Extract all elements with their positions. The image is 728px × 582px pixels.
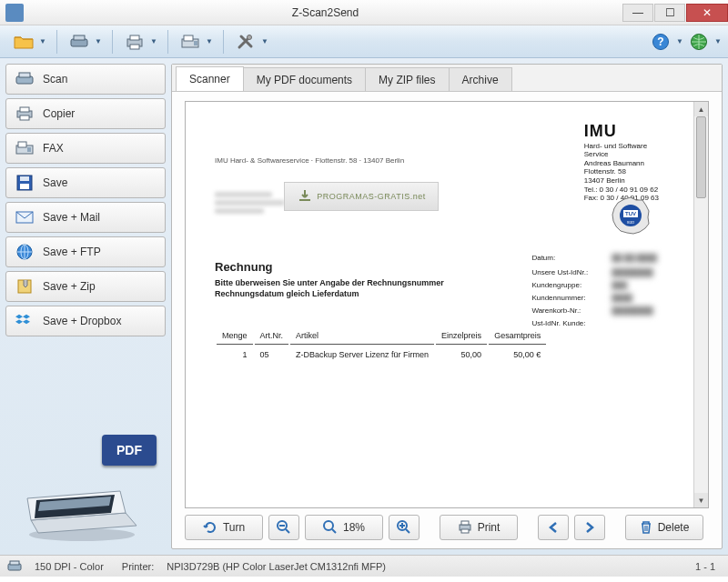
tuv-seal-icon: TUV SÜD (612, 196, 650, 235)
button-label: FAX (43, 142, 64, 155)
save-mail-button[interactable]: Save + Mail (5, 202, 166, 233)
scanner-device-icon (18, 477, 146, 542)
printer-icon (125, 34, 145, 50)
svg-rect-38 (461, 529, 469, 533)
fax-button[interactable]: FAX (5, 133, 166, 164)
copier-button[interactable]: Copier (5, 98, 166, 129)
tools-icon (237, 34, 255, 50)
next-page-button[interactable] (574, 515, 605, 540)
tab-bar: Scanner My PDF documents My ZIP files Ar… (172, 65, 722, 92)
scanner-tool-button[interactable] (66, 29, 92, 55)
svg-rect-6 (184, 35, 193, 41)
svg-rect-3 (130, 35, 139, 40)
svg-rect-19 (27, 147, 31, 152)
dropdown-icon[interactable]: ▼ (205, 29, 214, 55)
button-label: Scan (43, 73, 67, 85)
svg-rect-7 (194, 41, 197, 45)
trash-icon (640, 520, 652, 535)
save-ftp-button[interactable]: Save + FTP (5, 236, 166, 267)
arrow-right-icon (583, 521, 596, 534)
printer-tool-button[interactable] (122, 29, 147, 55)
status-bar: 150 DPI - Color Printer: NPI3D729B (HP C… (0, 555, 728, 577)
svg-rect-40 (10, 561, 19, 565)
svg-rect-16 (20, 115, 29, 120)
dropdown-icon[interactable]: ▼ (260, 29, 269, 55)
window-close-button[interactable]: ✕ (686, 4, 728, 22)
scanned-page: IMU Hard- und Software Service Andreas B… (202, 115, 677, 495)
zoom-out-button[interactable] (268, 515, 299, 540)
scanner-icon (69, 34, 89, 50)
watermark: PROGRAMAS-GRATIS.net (284, 182, 439, 211)
status-printer-label: Printer: (116, 561, 159, 572)
status-page-indicator: 1 - 1 (690, 561, 721, 572)
zip-icon (15, 278, 34, 295)
svg-rect-21 (20, 176, 29, 181)
turn-button[interactable]: Turn (185, 515, 263, 540)
tab-my-zip-files[interactable]: My ZIP files (365, 67, 449, 91)
help-button[interactable]: ? (648, 29, 673, 55)
printer-icon (15, 105, 34, 122)
folder-icon (14, 34, 34, 50)
tab-my-pdf-documents[interactable]: My PDF documents (243, 67, 366, 91)
dropdown-icon[interactable]: ▼ (149, 29, 158, 55)
dropdown-icon[interactable]: ▼ (675, 29, 684, 55)
button-label: Copier (43, 107, 75, 120)
fax-icon (180, 34, 200, 50)
svg-rect-13 (19, 73, 30, 77)
prev-page-button[interactable] (538, 515, 569, 540)
main-panel: Scanner My PDF documents My ZIP files Ar… (171, 64, 723, 549)
open-folder-button[interactable] (11, 29, 36, 55)
svg-point-34 (324, 521, 333, 530)
zoom-out-icon (277, 520, 291, 535)
fax-tool-button[interactable] (177, 29, 203, 55)
globe-icon (15, 244, 34, 260)
dropdown-icon[interactable]: ▼ (713, 29, 723, 55)
svg-text:SÜD: SÜD (627, 220, 635, 225)
scan-button[interactable]: Scan (5, 64, 166, 95)
document-preview: IMU Hard- und Software Service Andreas B… (185, 101, 709, 508)
help-icon: ? (652, 33, 670, 51)
zoom-icon (323, 520, 338, 535)
window-minimize-button[interactable]: — (622, 4, 653, 22)
status-printer-name: NPI3D729B (HP Color LaserJet CM1312nfi M… (167, 561, 386, 572)
button-label: Save + FTP (43, 246, 101, 258)
tab-scanner[interactable]: Scanner (176, 66, 244, 91)
svg-rect-1 (74, 35, 85, 40)
button-label: Save + Zip (43, 280, 96, 293)
doc-sender-line: IMU Hard- & Softwareservice · Flottenstr… (215, 156, 404, 165)
status-dpi: 150 DPI - Color (29, 561, 109, 572)
scroll-up-button[interactable]: ▲ (694, 102, 708, 116)
floppy-icon (15, 175, 34, 191)
svg-point-8 (248, 35, 252, 39)
save-button[interactable]: Save (5, 167, 166, 198)
web-button[interactable] (686, 29, 712, 55)
save-zip-button[interactable]: Save + Zip (5, 271, 166, 302)
zoom-in-button[interactable] (389, 515, 420, 540)
button-label: Save + Dropbox (43, 315, 121, 327)
scanner-icon (7, 560, 22, 573)
globe-icon (690, 33, 708, 51)
svg-rect-4 (130, 45, 139, 49)
vertical-scrollbar[interactable]: ▲ ▼ (693, 102, 708, 507)
mail-icon (15, 209, 34, 226)
dropdown-icon[interactable]: ▼ (94, 29, 103, 55)
window-titlebar: Z-Scan2Send — ☐ ✕ (0, 0, 728, 25)
scroll-down-button[interactable]: ▼ (694, 493, 708, 507)
settings-tool-button[interactable] (233, 29, 258, 55)
zoom-level-button[interactable]: 18% (305, 515, 383, 540)
tab-archive[interactable]: Archive (449, 67, 512, 91)
printer-icon (458, 520, 472, 535)
scroll-thumb[interactable] (696, 116, 706, 198)
app-icon (5, 4, 24, 22)
delete-button[interactable]: Delete (625, 515, 703, 540)
save-dropbox-button[interactable]: Save + Dropbox (5, 306, 166, 336)
window-title: Z-Scan2Send (29, 6, 622, 19)
rotate-icon (203, 520, 217, 535)
print-button[interactable]: Print (440, 515, 518, 540)
dropdown-icon[interactable]: ▼ (38, 29, 47, 55)
scroll-track[interactable] (694, 116, 708, 493)
table-row: 1 05 Z-DBackup Server Lizenz für Firmen … (217, 346, 546, 363)
window-maximize-button[interactable]: ☐ (654, 4, 685, 22)
dropbox-icon (15, 313, 34, 329)
doc-heading: Rechnung (215, 260, 273, 274)
